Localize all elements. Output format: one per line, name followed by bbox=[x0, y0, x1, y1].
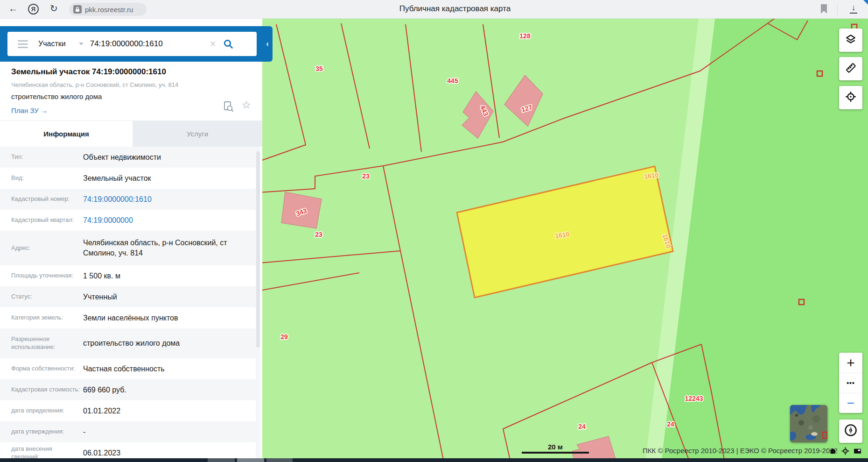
more-tools-button[interactable]: ••• bbox=[839, 373, 862, 393]
crosshair-icon[interactable] bbox=[841, 447, 849, 457]
layers-icon bbox=[845, 33, 857, 47]
cadastral-block-link[interactable]: 74:19:0000000 bbox=[80, 215, 256, 226]
bottom-taskbar-strip bbox=[0, 458, 868, 462]
back-icon[interactable]: ← bbox=[8, 4, 18, 13]
details-table: Тип: Объект недвижимости Вид: Земельный … bbox=[0, 147, 256, 462]
screenshot-icon[interactable] bbox=[854, 447, 861, 457]
parcel-label-12243: 12243 bbox=[685, 395, 703, 402]
locate-icon bbox=[845, 91, 857, 105]
toolbar-divider bbox=[837, 4, 838, 15]
menu-icon[interactable] bbox=[18, 38, 28, 50]
download-icon[interactable]: ↓ bbox=[848, 2, 859, 14]
scale-label: 20 м bbox=[522, 443, 589, 451]
parcel-label-23b: 23 bbox=[315, 231, 322, 238]
row-label: Кадастровый квартал: bbox=[0, 216, 80, 224]
cadastral-map-svg: 35 128 445 127 443 23 343 23 29 12243 24… bbox=[262, 19, 868, 462]
table-row-approval-date: дата утверждения: - bbox=[0, 421, 256, 442]
parcel-label-24a: 24 bbox=[578, 423, 586, 430]
view-plan-icon[interactable] bbox=[223, 101, 234, 115]
table-row-cadastral-value: Кадастровая стоимость: 669 660 руб. bbox=[0, 379, 256, 400]
chevron-down-icon[interactable] bbox=[79, 43, 84, 45]
search-input[interactable] bbox=[90, 39, 209, 49]
row-value: - bbox=[80, 427, 256, 437]
compass-button[interactable] bbox=[839, 419, 862, 443]
favorite-star-icon[interactable]: ☆ bbox=[242, 99, 251, 111]
ruler-icon bbox=[845, 62, 857, 76]
row-label: дата определения: bbox=[0, 407, 80, 415]
parcel-label-445: 445 bbox=[447, 77, 458, 85]
row-label: Статус: bbox=[0, 293, 80, 301]
row-value: Частная собственность bbox=[80, 364, 256, 374]
row-value: 01.01.2022 bbox=[80, 406, 256, 416]
object-title: Земельный участок 74:19:0000000:1610 bbox=[11, 67, 166, 77]
home-icon[interactable] bbox=[829, 447, 837, 457]
scale-line bbox=[522, 452, 589, 454]
zoom-controls: + ••• − bbox=[839, 353, 862, 413]
table-row-ownership: Форма собственности: Частная собственнос… bbox=[0, 358, 256, 379]
table-row-cadastral-block: Кадастровый квартал: 74:19:0000000 bbox=[0, 210, 256, 231]
parcel-label-23: 23 bbox=[362, 172, 370, 180]
object-address-subtitle: Челябинская область, р-н Сосновский, ст … bbox=[11, 81, 178, 88]
row-label: Тип: bbox=[0, 153, 80, 161]
ruler-button[interactable] bbox=[839, 57, 862, 80]
parcel-label-128: 128 bbox=[519, 32, 531, 40]
row-label: Кадастровая стоимость: bbox=[0, 386, 80, 394]
compass-icon bbox=[844, 423, 858, 439]
collapse-panel-button[interactable]: ‹ bbox=[262, 26, 273, 62]
row-label: Вид: bbox=[0, 174, 80, 182]
row-label: Адрес: bbox=[0, 244, 80, 252]
panel-scrollbar[interactable] bbox=[256, 147, 260, 458]
info-panel: Участки × Земельный участок 74:19:000000… bbox=[0, 19, 262, 462]
tab-services[interactable]: Услуги bbox=[133, 121, 262, 147]
panel-scrollbar-thumb[interactable] bbox=[256, 151, 260, 348]
yandex-browser-icon[interactable]: Я bbox=[28, 4, 39, 14]
search-box: Участки × bbox=[7, 32, 257, 56]
row-value: Учтенный bbox=[80, 292, 256, 302]
browser-toolbar: ← Я ↻ pkk.rosreestr.ru Публичная кадастр… bbox=[0, 0, 868, 19]
taskbar-segment bbox=[266, 458, 293, 462]
cadastral-number-link[interactable]: 74:19:0000000:1610 bbox=[80, 194, 256, 205]
search-icon[interactable] bbox=[223, 38, 234, 50]
taskbar-segment bbox=[237, 458, 264, 462]
table-row-permitted-use: Разрешенное использование: строительство… bbox=[0, 328, 256, 358]
taskbar-segment bbox=[208, 458, 235, 462]
row-value: Объект недвижимости bbox=[80, 152, 256, 163]
address-bar[interactable]: pkk.rosreestr.ru bbox=[69, 3, 147, 16]
bookmark-icon[interactable] bbox=[820, 4, 828, 16]
cadastral-map[interactable]: 35 128 445 127 443 23 343 23 29 12243 24… bbox=[262, 19, 868, 462]
row-value: Земли населённых пунктов bbox=[80, 313, 256, 323]
row-label: Разрешенное использование: bbox=[0, 335, 80, 351]
parcel-label-29: 29 bbox=[280, 333, 288, 341]
page-title: Публичная кадастровая карта bbox=[327, 4, 583, 14]
refresh-icon[interactable]: ↻ bbox=[50, 4, 58, 13]
locate-button[interactable] bbox=[839, 86, 862, 109]
row-value: Земельный участок bbox=[80, 173, 256, 184]
zoom-out-button[interactable]: − bbox=[839, 393, 862, 413]
lock-icon[interactable] bbox=[73, 5, 82, 14]
row-value: Челябинская область, р-н Сосновский, ст … bbox=[80, 238, 256, 258]
row-label: Категория земель: bbox=[0, 314, 80, 322]
search-header: Участки × bbox=[0, 26, 262, 62]
map-scale-bar: 20 м bbox=[522, 443, 589, 454]
clear-search-icon[interactable]: × bbox=[210, 39, 216, 49]
row-label: дата утверждения: bbox=[0, 428, 80, 436]
object-usage-text: строительство жилого дома bbox=[11, 92, 102, 100]
row-value: 669 660 руб. bbox=[80, 385, 256, 395]
row-value: строительство жилого дома bbox=[80, 338, 256, 348]
search-category-select[interactable]: Участки bbox=[38, 40, 66, 48]
panel-tabs: Информация Услуги bbox=[0, 121, 262, 147]
url-text: pkk.rosreestr.ru bbox=[85, 6, 133, 14]
table-row-cadastral-number: Кадастровый номер: 74:19:0000000:1610 bbox=[0, 189, 256, 210]
layers-button[interactable] bbox=[839, 28, 862, 52]
table-row-land-category: Категория земель: Земли населённых пункт… bbox=[0, 307, 256, 328]
overview-minimap[interactable] bbox=[790, 405, 827, 442]
tab-information[interactable]: Информация bbox=[0, 121, 133, 147]
table-row-status: Статус: Учтенный bbox=[0, 286, 256, 307]
row-label: Площадь уточненная: bbox=[0, 272, 80, 280]
table-row-valuation-date: дата определения: 01.01.2022 bbox=[0, 400, 256, 421]
browser-corner-accent bbox=[863, 0, 868, 5]
parcel-label-35: 35 bbox=[315, 65, 323, 72]
plan-zu-link[interactable]: План ЗУ → bbox=[11, 107, 48, 114]
zoom-in-button[interactable]: + bbox=[839, 353, 862, 373]
parcel-label-24b: 24 bbox=[667, 420, 674, 428]
